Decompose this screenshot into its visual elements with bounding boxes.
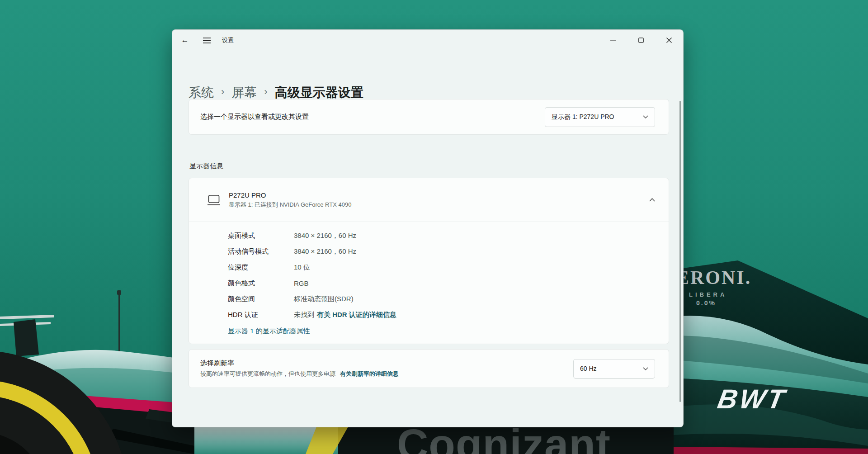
sponsor-peroni-main: ERONI. [676, 267, 751, 288]
settings-window: ← 设置 [172, 29, 684, 427]
close-icon [666, 38, 672, 43]
info-row: 颜色空间 标准动态范围(SDR) [228, 291, 669, 307]
scrollbar-thumb[interactable] [679, 101, 681, 402]
sponsor-peroni-text: ERONI. LIBERA 0.0% [676, 267, 751, 307]
monitor-connection: 显示器 1: 已连接到 NVIDIA GeForce RTX 4090 [229, 201, 351, 209]
refresh-rate-value: 60 Hz [580, 365, 597, 372]
hamburger-icon [203, 38, 211, 43]
monitor-info-body: 桌面模式 3840 × 2160，60 Hz 活动信号模式 3840 × 216… [189, 222, 669, 340]
back-icon: ← [181, 36, 189, 45]
refresh-rate-subtitle: 较高的速率可提供更流畅的动作，但也使用更多电源 有关刷新率的详细信息 [200, 370, 399, 378]
adapter-properties-link[interactable]: 显示器 1 的显示适配器属性 [228, 327, 310, 336]
sponsor-percent: 0.0% [696, 299, 751, 307]
info-row-value: 10 位 [294, 263, 310, 272]
info-row-label: 位深度 [228, 263, 294, 272]
display-info-section-label: 显示器信息 [189, 162, 223, 170]
monitor-info-header[interactable]: P272U PRO 显示器 1: 已连接到 NVIDIA GeForce RTX… [189, 178, 669, 222]
breadcrumb-separator-icon: › [264, 86, 267, 99]
titlebar: ← 设置 [172, 30, 683, 51]
refresh-rate-card: 选择刷新率 较高的速率可提供更流畅的动作，但也使用更多电源 有关刷新率的详细信息… [189, 349, 669, 388]
monitor-info-titles: P272U PRO 显示器 1: 已连接到 NVIDIA GeForce RTX… [229, 191, 351, 209]
hdr-details-link[interactable]: 有关 HDR 认证的详细信息 [317, 311, 396, 319]
info-row-value: 未找到 [294, 311, 314, 319]
info-row-value: RGB [294, 279, 309, 287]
chevron-up-icon[interactable] [649, 198, 655, 202]
info-row-label: 颜色空间 [228, 295, 294, 303]
menu-button[interactable] [198, 33, 216, 48]
maximize-button[interactable] [627, 30, 655, 51]
monitor-info-card: P272U PRO 显示器 1: 已连接到 NVIDIA GeForce RTX… [189, 178, 669, 344]
adapter-properties-row: 显示器 1 的显示适配器属性 [228, 323, 669, 340]
refresh-rate-titles: 选择刷新率 较高的速率可提供更流畅的动作，但也使用更多电源 有关刷新率的详细信息 [200, 359, 399, 378]
monitor-icon [207, 194, 221, 206]
refresh-rate-subtitle-text: 较高的速率可提供更流畅的动作，但也使用更多电源 [200, 370, 335, 377]
back-button[interactable]: ← [176, 33, 194, 48]
info-row: 位深度 10 位 [228, 260, 669, 275]
minimize-button[interactable] [599, 30, 627, 51]
display-select-dropdown[interactable]: 显示器 1: P272U PRO [545, 107, 655, 127]
monitor-name: P272U PRO [229, 191, 351, 199]
info-row-label: 桌面模式 [228, 232, 294, 240]
info-row-label: HDR 认证 [228, 311, 294, 319]
info-row: 颜色格式 RGB [228, 275, 669, 291]
display-select-value: 显示器 1: P272U PRO [552, 113, 614, 121]
close-button[interactable] [655, 30, 683, 51]
display-select-label: 选择一个显示器以查看或更改其设置 [200, 113, 309, 121]
caption-buttons [599, 30, 683, 51]
sponsor-libera: LIBERA [689, 291, 751, 298]
info-row-value: 3840 × 2160，60 Hz [294, 232, 356, 240]
window-title: 设置 [222, 36, 234, 44]
maximize-icon [638, 38, 644, 43]
display-select-card: 选择一个显示器以查看或更改其设置 显示器 1: P272U PRO [189, 99, 669, 135]
info-row-label: 颜色格式 [228, 279, 294, 288]
minimize-icon [610, 38, 616, 43]
info-row: 桌面模式 3840 × 2160，60 Hz [228, 228, 669, 244]
refresh-rate-dropdown[interactable]: 60 Hz [573, 359, 655, 378]
info-row-value: 3840 × 2160，60 Hz [294, 247, 356, 256]
refresh-rate-title: 选择刷新率 [200, 359, 399, 368]
info-row: 活动信号模式 3840 × 2160，60 Hz [228, 244, 669, 260]
chevron-down-icon [643, 115, 648, 118]
info-row-label: 活动信号模式 [228, 247, 294, 256]
info-row-value: 标准动态范围(SDR) [294, 295, 354, 303]
info-row-hdr: HDR 认证 未找到 有关 HDR 认证的详细信息 [228, 307, 669, 323]
chevron-down-icon [643, 367, 648, 370]
breadcrumb-separator-icon: › [221, 86, 224, 99]
refresh-rate-details-link[interactable]: 有关刷新率的详细信息 [340, 370, 399, 377]
sponsor-bwt-text: BWT [715, 383, 789, 415]
